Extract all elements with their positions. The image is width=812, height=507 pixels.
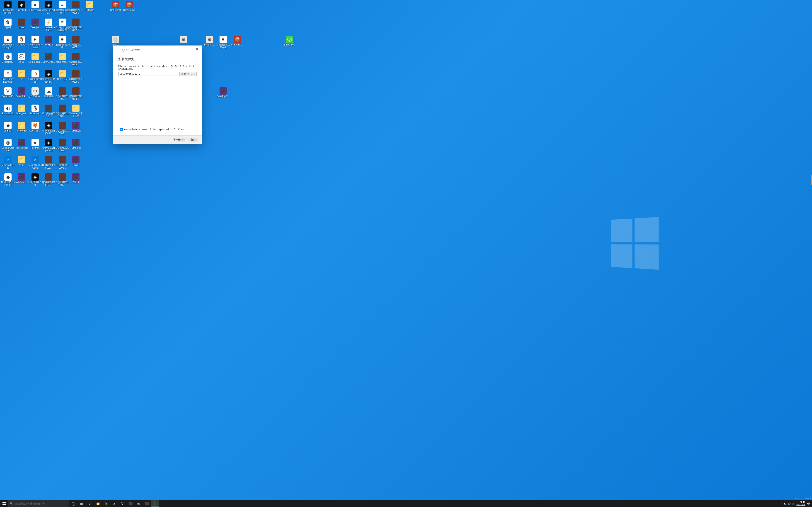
- tray-chevron-icon[interactable]: ^: [781, 502, 782, 505]
- desktop-icon[interactable]: ◈Unity 5.6.7f1 (64-bit): [42, 139, 55, 152]
- desktop-icon[interactable]: ◈Unity 2017.3.1...: [42, 1, 55, 14]
- search-box[interactable]: 🔍: [8, 500, 69, 507]
- desktop-icon[interactable]: ≡批量删除数据库: [55, 36, 69, 49]
- taskbar-item[interactable]: ⬛: [126, 500, 135, 507]
- desktop-icon[interactable]: VExpressVPN: [1, 88, 15, 98]
- desktop-icon[interactable]: ⊙GitHub Desktop: [28, 70, 42, 83]
- taskbar-item[interactable]: ◎: [135, 500, 143, 507]
- taskbar-item[interactable]: e: [86, 500, 94, 507]
- desktop-icon[interactable]: 📦CardProject: [122, 1, 136, 11]
- desktop-icon[interactable]: 📁Game_QJ: [55, 70, 69, 80]
- desktop-icon[interactable]: ⬛Unity5破解工具: [42, 105, 55, 118]
- desktop-icon[interactable]: QQ截图20210105...: [42, 156, 55, 169]
- desktop-icon[interactable]: ⬛ConsoleA...: [15, 88, 28, 98]
- desktop-icon[interactable]: 🐧腾讯QQ: [15, 36, 28, 46]
- desktop-icon[interactable]: QQ截图20210105...: [55, 88, 69, 101]
- desktop-icon[interactable]: ●360软件管家: [28, 1, 42, 11]
- desktop-icon[interactable]: QQ截图20210105...: [69, 1, 83, 14]
- desktop-icon[interactable]: 📦978-7-302...: [231, 36, 244, 46]
- tray-network-icon[interactable]: 🖧: [784, 502, 786, 505]
- desktop-icon[interactable]: Qtqt-openso...: [283, 36, 296, 46]
- next-button[interactable]: 下一步(N): [173, 137, 185, 142]
- desktop-icon[interactable]: ⬛WinForm...: [15, 173, 28, 184]
- desktop-icon[interactable]: 📁tolua-mas...: [55, 53, 69, 63]
- desktop-icon[interactable]: EEpic Games Launcher: [1, 70, 15, 83]
- desktop-icon[interactable]: ☁百度网盘: [42, 88, 55, 98]
- tray-ime[interactable]: 英: [792, 502, 795, 505]
- desktop-icon[interactable]: eMicrosoft Edge: [1, 156, 15, 169]
- desktop-icon[interactable]: ◎Google Chrome: [1, 139, 15, 152]
- taskbar-item[interactable]: V: [118, 500, 126, 507]
- desktop-icon[interactable]: ◈Unity 5.0.0f4 (64-bit): [42, 70, 55, 83]
- desktop-icon[interactable]: plaza: [15, 18, 28, 29]
- desktop-icon[interactable]: ⬛UnityCons...: [42, 53, 55, 63]
- desktop-icon[interactable]: ⚡x-studio Pro 2020: [42, 18, 55, 32]
- associate-checkbox-row[interactable]: Associate common file types with Qt Crea…: [120, 128, 190, 131]
- desktop-icon[interactable]: QQ截图20210105...: [55, 156, 69, 169]
- system-tray[interactable]: ^ 🖧 🔊 英 21:47 2021/1/8 💬: [778, 501, 812, 506]
- desktop-icon[interactable]: QQ截图20210105...: [69, 70, 83, 83]
- desktop-icon[interactable]: 🐧linux-logo: [28, 105, 42, 115]
- install-path-input[interactable]: [118, 72, 178, 76]
- desktop-icon[interactable]: ⬛EasyTcpCl...: [216, 88, 230, 98]
- desktop-icon[interactable]: QQ截图20210105...: [69, 36, 83, 49]
- desktop-icon[interactable]: 📁HelloCpp: [83, 1, 96, 11]
- desktop-icon[interactable]: 📁RestoreBak: [15, 122, 28, 132]
- taskbar-item[interactable]: ⬛: [143, 500, 151, 507]
- desktop-icon[interactable]: 📁Gen_Signa...: [28, 53, 42, 63]
- desktop-icon[interactable]: 📁bin: [15, 70, 28, 80]
- desktop-icon[interactable]: ◈Unity 5.3.5f1 (64-bit): [1, 1, 15, 14]
- desktop-icon[interactable]: 🦊logo_nam...: [28, 122, 42, 132]
- desktop-icon[interactable]: QQ截图20210105...: [69, 18, 83, 32]
- associate-checkbox[interactable]: [120, 128, 123, 131]
- desktop-icon[interactable]: ◈Unity 2017.3.0: [28, 173, 42, 186]
- desktop-icon[interactable]: ◎CocosDas...: [1, 53, 15, 63]
- start-button[interactable]: [0, 500, 8, 507]
- desktop-icon[interactable]: QQ截图20210105...: [69, 88, 83, 101]
- desktop-icon[interactable]: ≡修改数据库逻辑名: [55, 1, 69, 14]
- taskbar-item[interactable]: ✉: [110, 500, 118, 507]
- taskbar-item[interactable]: 📁: [94, 500, 102, 507]
- desktop-icon[interactable]: QQ截图20210105...: [69, 53, 83, 66]
- desktop-icon[interactable]: ⬛C++链表: [28, 18, 42, 29]
- desktop-icon[interactable]: ⬛Client: [69, 173, 83, 184]
- taskbar-item[interactable]: ◯: [69, 500, 78, 507]
- desktop-icon[interactable]: ⬛Server: [69, 156, 83, 167]
- desktop-icon[interactable]: FFiddler Everywhere: [28, 36, 42, 49]
- desktop-icon[interactable]: ◈Unity 5.6.1f1 (64-bit): [42, 122, 55, 135]
- desktop-icon[interactable]: ●Postman: [28, 139, 42, 150]
- desktop-icon[interactable]: ⬛TCP服务端: [69, 122, 83, 132]
- tray-volume-icon[interactable]: 🔊: [788, 502, 791, 505]
- desktop-icon[interactable]: ◆Git Bash: [1, 122, 15, 132]
- taskbar-item[interactable]: 🛍: [102, 500, 110, 507]
- search-input[interactable]: [15, 502, 67, 505]
- desktop-icon[interactable]: QQ截图20210105...: [55, 122, 69, 135]
- desktop-icon[interactable]: 💬微信: [15, 53, 28, 63]
- desktop-icon[interactable]: QQ截图20210105...: [55, 173, 69, 186]
- desktop-icon[interactable]: 📦CarProject: [109, 1, 122, 11]
- desktop-icon[interactable]: 📁temp: [15, 156, 28, 167]
- browse-button[interactable]: 浏览(R)...: [180, 72, 197, 76]
- desktop-icon[interactable]: 📁VMware 共享文件夹: [69, 105, 83, 118]
- desktop-icon[interactable]: ⚙mysql-inst...: [203, 36, 216, 46]
- desktop-icon[interactable]: ⚙go1.15.6.w...: [28, 88, 42, 98]
- desktop-icon[interactable]: ◆Navicat Premium 15: [1, 173, 15, 186]
- desktop-icon[interactable]: QQ截图20210105...: [55, 139, 69, 152]
- cancel-button[interactable]: 取消: [187, 137, 199, 142]
- desktop-icon[interactable]: 💿1904...: [109, 36, 122, 46]
- desktop-icon[interactable]: QQ截图20210105...: [55, 105, 69, 118]
- desktop-icon[interactable]: ≡自动还原数据库备份: [216, 36, 230, 49]
- notification-icon[interactable]: 💬: [807, 502, 810, 505]
- desktop-icon[interactable]: ≡命令行自动还原数据库: [55, 18, 69, 32]
- desktop-icon[interactable]: ⬛TCP客户端: [69, 139, 83, 150]
- desktop-icon[interactable]: ◈Unity Hub: [15, 1, 28, 11]
- desktop-icon[interactable]: 📁flutter_pro...: [15, 105, 28, 115]
- back-icon[interactable]: ←: [113, 46, 122, 55]
- desktop-icon[interactable]: ⟐Visual Studio Code: [28, 156, 42, 169]
- desktop-icon[interactable]: ⬛HelloSocket: [15, 139, 28, 150]
- desktop-icon[interactable]: ▲CMake (cmake-gui): [1, 36, 15, 49]
- desktop-icon[interactable]: ⚙: [177, 36, 190, 44]
- desktop-icon[interactable]: ⬛TestHello: [42, 36, 55, 46]
- taskbar-item[interactable]: Qt: [151, 500, 159, 507]
- desktop-icon[interactable]: 🗑回收站: [1, 18, 15, 29]
